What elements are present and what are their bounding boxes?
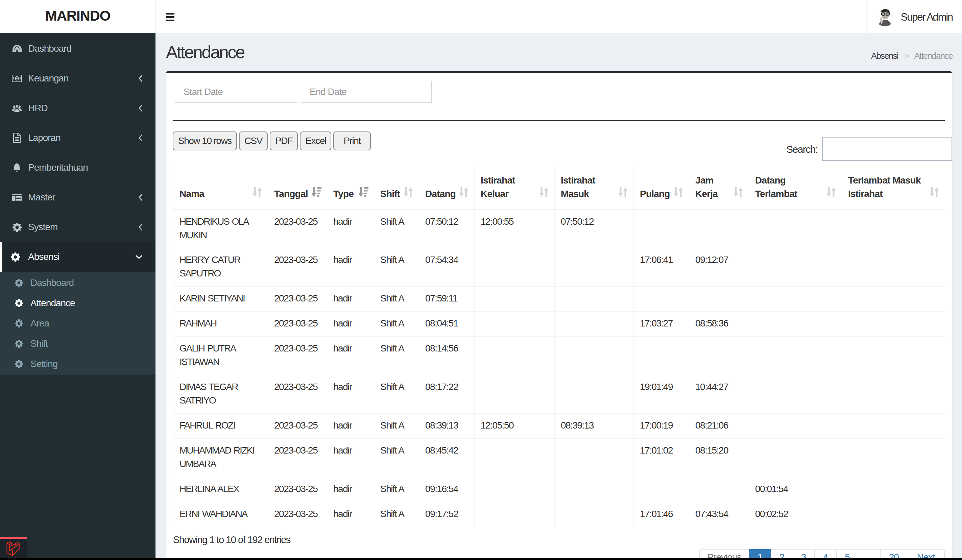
svg-text:1: 1 bbox=[16, 76, 18, 81]
